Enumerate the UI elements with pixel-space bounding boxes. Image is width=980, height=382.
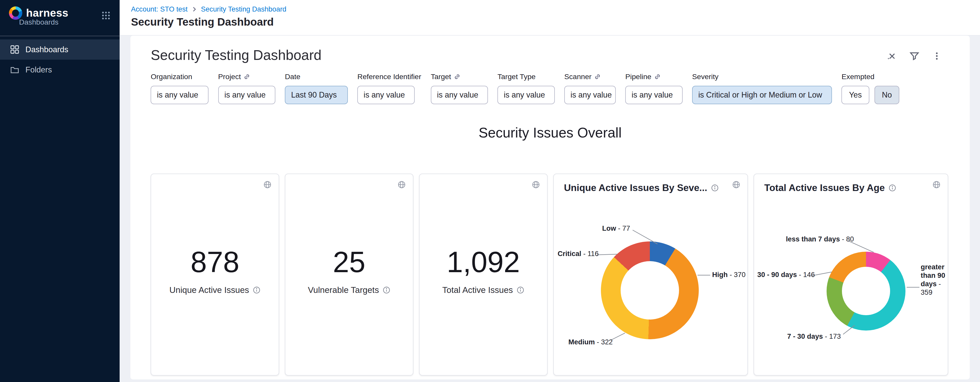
product-name: Dashboards [19,18,59,26]
filter-label: Exempted [842,73,875,81]
link-icon [594,73,601,80]
donut-chart-age[interactable] [827,252,905,331]
info-icon[interactable] [383,286,390,294]
filter-value-severity[interactable]: is Critical or High or Medium or Low [692,86,832,104]
filter-pipeline: Pipeline is any value [625,73,682,104]
chevron-right-icon [191,6,197,12]
donut-chart-severity[interactable] [601,241,699,339]
stat-value: 878 [151,245,279,279]
stat-card-total-active-issues: 1,092 Total Active Issues [419,174,547,376]
dashboard-panel: Security Testing Dashboard [130,36,970,379]
filter-bar: Organization is any value Project is any… [151,73,899,104]
slice-label-critical: Critical - 116 [558,250,598,258]
filter-exempted: Exempted Yes No [842,73,899,104]
explore-globe-icon[interactable] [932,181,940,189]
explore-globe-icon[interactable] [263,181,272,189]
breadcrumb-account-link[interactable]: Account: STO test [131,5,188,13]
stat-label: Unique Active Issues [169,285,249,295]
filter-label: Organization [151,73,192,81]
page-title: Security Testing Dashboard [131,16,274,28]
sidebar-divider [0,36,119,36]
slice-label-7-30-days: 7 - 30 days - 173 [787,332,841,341]
cards-row: 878 Unique Active Issues 25 Vulnerable T… [151,174,948,376]
explore-globe-icon[interactable] [532,181,540,189]
filter-label: Target Type [498,73,536,81]
slice-label-less-than-7-days: less than 7 days - 80 [786,235,854,243]
app-window: harness Dashboards Dashbo [0,0,980,382]
stat-label: Total Active Issues [442,285,513,295]
sidebar-item-label: Dashboards [25,45,68,54]
stat-value: 25 [285,245,413,279]
filter-value-organization[interactable]: is any value [151,86,208,104]
filter-target-type: Target Type is any value [498,73,555,104]
explore-globe-icon[interactable] [398,181,406,189]
panel-actions [886,51,941,61]
info-icon[interactable] [711,184,719,192]
filter-value-scanner[interactable]: is any value [564,86,616,104]
stat-value: 1,092 [420,245,547,279]
brand-name: harness [26,7,68,19]
filter-value-pipeline[interactable]: is any value [625,86,682,104]
info-icon[interactable] [889,184,896,192]
info-icon[interactable] [253,286,261,294]
sidebar: harness Dashboards Dashbo [0,0,119,382]
chart-card-severity: Unique Active Issues By Seve... [553,174,748,376]
filter-severity: Severity is Critical or High or Medium o… [692,73,832,104]
filter-value-reference-identifier[interactable]: is any value [357,86,414,104]
dashboards-icon [10,45,19,54]
slice-label-30-90-days: 30 - 90 days - 146 [757,271,815,279]
chart-title: Unique Active Issues By Seve... [564,182,707,193]
filter-label: Severity [692,73,719,81]
sidebar-item-folders[interactable]: Folders [0,60,119,80]
slice-label-low: Low - 77 [602,224,630,233]
filter-label: Date [285,73,300,81]
stat-card-vulnerable-targets: 25 Vulnerable Targets [285,174,414,376]
exempted-yes-button[interactable]: Yes [842,86,869,104]
slice-label-greater-than-90-days: greater than 90 days - 359 [921,263,950,296]
stat-card-unique-active-issues: 878 Unique Active Issues [151,174,279,376]
filter-value-project[interactable]: is any value [218,86,275,104]
breadcrumb-page-link[interactable]: Security Testing Dashboard [201,5,286,13]
filter-label: Scanner [564,73,592,81]
filter-reference-identifier: Reference Identifier is any value [357,73,421,104]
sidebar-item-dashboards[interactable]: Dashboards [0,40,119,60]
filter-value-target-type[interactable]: is any value [498,86,555,104]
breadcrumb: Account: STO test Security Testing Dashb… [131,5,286,13]
link-icon [243,73,250,80]
filter-label: Target [431,73,451,81]
filter-value-date[interactable]: Last 90 Days [285,86,348,104]
explore-globe-icon[interactable] [732,181,740,189]
sidebar-item-label: Folders [25,65,52,74]
slice-label-medium: Medium - 322 [568,338,613,346]
filter-organization: Organization is any value [151,73,208,104]
link-icon [453,73,461,80]
stat-label: Vulnerable Targets [308,285,379,295]
kebab-menu-icon[interactable] [932,51,941,61]
section-title: Security Issues Overall [130,125,970,141]
filter-date: Date Last 90 Days [285,73,348,104]
exempted-no-button[interactable]: No [875,86,900,104]
filter-label: Reference Identifier [357,73,421,81]
filter-value-target[interactable]: is any value [431,86,488,104]
folder-icon [10,65,19,74]
chart-card-age: Total Active Issues By Age [754,174,948,376]
filter-label: Project [218,73,241,81]
sidebar-nav: Dashboards Folders [0,40,119,80]
link-icon [654,73,661,80]
chart-title: Total Active Issues By Age [764,182,885,193]
filter-target: Target is any value [431,73,488,104]
app-switcher-icon[interactable] [101,11,111,20]
panel-title: Security Testing Dashboard [151,47,321,63]
top-header: Account: STO test Security Testing Dashb… [119,0,980,36]
info-icon[interactable] [517,286,524,294]
clear-filters-icon[interactable] [886,51,897,61]
filter-icon[interactable] [909,51,920,61]
filter-scanner: Scanner is any value [564,73,616,104]
filter-project: Project is any value [218,73,275,104]
filter-label: Pipeline [625,73,651,81]
slice-label-high: High - 370 [712,271,745,279]
